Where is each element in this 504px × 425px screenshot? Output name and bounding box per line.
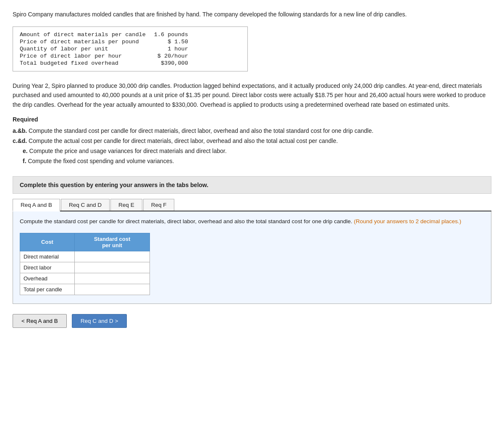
- cost-input[interactable]: [78, 286, 146, 293]
- requirement-item-ab: a.&b. Compute the standard cost per cand…: [13, 126, 491, 136]
- complete-banner: Complete this question by entering your …: [13, 176, 491, 194]
- cost-input-cell[interactable]: [75, 262, 150, 273]
- intro-text: Spiro Company manufactures molded candle…: [13, 10, 491, 19]
- cost-input-cell[interactable]: [75, 273, 150, 284]
- requirements-list: a.&b. Compute the standard cost per cand…: [13, 126, 491, 166]
- tabs-container: Req A and BReq C and DReq EReq F Compute…: [13, 199, 491, 304]
- tab-req-e[interactable]: Req E: [110, 199, 142, 211]
- tab-req-ab[interactable]: Req A and B: [13, 199, 60, 211]
- tab-note: (Round your answers to 2 decimal places.…: [354, 218, 461, 224]
- standards-value: $390,000: [149, 60, 192, 67]
- tab-description: Compute the standard cost per candle for…: [20, 217, 484, 226]
- tabs-row: Req A and BReq C and DReq EReq F: [13, 199, 491, 211]
- col-header-cost: Cost: [20, 233, 75, 251]
- next-button[interactable]: Req C and D: [72, 314, 127, 328]
- answer-table: Cost Standard costper unit Direct materi…: [20, 233, 150, 295]
- tab-content-panel: Compute the standard cost per candle for…: [13, 211, 491, 304]
- prev-button[interactable]: Req A and B: [13, 314, 67, 328]
- nav-buttons: Req A and B Req C and D: [13, 314, 491, 328]
- standards-label: Quantity of labor per unit: [20, 45, 149, 53]
- scenario-text: During Year 2, Spiro planned to produce …: [13, 81, 491, 109]
- standards-value: $ 1.50: [149, 38, 192, 45]
- cost-label: Overhead: [20, 273, 75, 284]
- requirement-item-cd: c.&d. Compute the actual cost per candle…: [13, 136, 491, 146]
- requirement-item-e: e. Compute the price and usage variances…: [23, 146, 491, 156]
- standards-label: Price of direct labor per hour: [20, 53, 149, 60]
- standards-value: 1 hour: [149, 45, 192, 53]
- cost-input-cell[interactable]: [75, 284, 150, 295]
- cost-input[interactable]: [78, 275, 146, 282]
- tab-req-f[interactable]: Req F: [143, 199, 175, 211]
- requirement-item-f: f. Compute the fixed cost spending and v…: [23, 156, 491, 166]
- cost-label: Total per candle: [20, 284, 75, 295]
- standards-value: $ 20/hour: [149, 53, 192, 60]
- standards-label: Price of direct materials per pound: [20, 38, 149, 45]
- cost-label: Direct labor: [20, 262, 75, 273]
- cost-label: Direct material: [20, 251, 75, 262]
- standards-table: Amount of direct materials per candle1.6…: [13, 26, 248, 71]
- standards-label: Amount of direct materials per candle: [20, 31, 149, 38]
- required-heading: Required: [13, 116, 491, 123]
- cost-input-cell[interactable]: [75, 251, 150, 262]
- cost-input[interactable]: [78, 264, 146, 271]
- standards-label: Total budgeted fixed overhead: [20, 60, 149, 67]
- cost-input[interactable]: [78, 253, 146, 260]
- col-header-standard-cost: Standard costper unit: [75, 233, 150, 251]
- standards-value: 1.6 pounds: [149, 31, 192, 38]
- tab-req-cd[interactable]: Req C and D: [61, 199, 110, 211]
